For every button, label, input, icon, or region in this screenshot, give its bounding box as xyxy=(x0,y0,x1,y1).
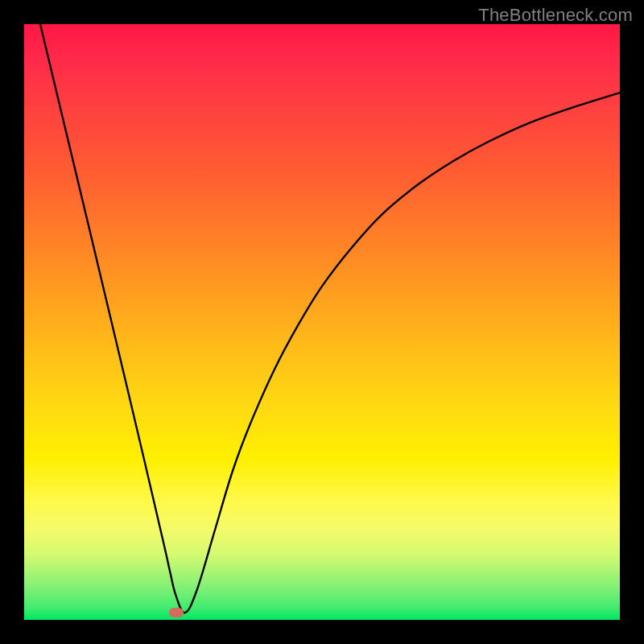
chart-frame: TheBottleneck.com xyxy=(0,0,644,644)
bottleneck-curve xyxy=(24,24,620,620)
watermark-text: TheBottleneck.com xyxy=(478,5,633,26)
plot-area xyxy=(24,24,620,620)
minimum-marker xyxy=(169,608,184,617)
